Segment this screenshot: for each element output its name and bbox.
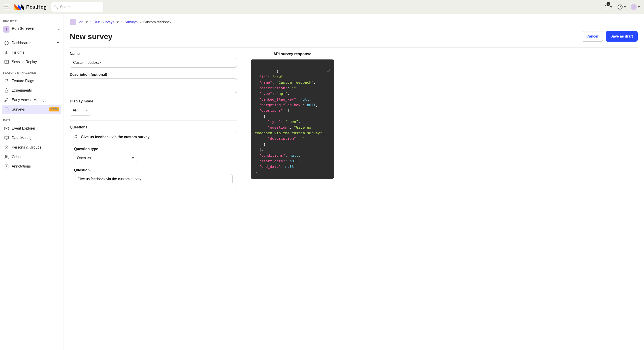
sidebar-item-label: Cohorts	[12, 155, 24, 159]
chevron-down-icon	[58, 29, 60, 30]
svg-marker-3	[21, 4, 24, 10]
menu-toggle-button[interactable]	[4, 5, 10, 9]
sidebar-item-label: Surveys	[12, 107, 25, 111]
logo-text: PostHog	[26, 4, 46, 10]
note-icon	[4, 164, 9, 169]
question-type-select[interactable]: Open text	[74, 153, 137, 163]
svg-point-4	[55, 6, 57, 8]
sidebar-item-dashboards[interactable]: Dashboards	[2, 38, 62, 48]
description-label: Description (optional)	[70, 73, 237, 77]
gauge-icon	[4, 41, 9, 46]
chevron-down-icon[interactable]	[116, 22, 119, 23]
project-selector[interactable]: I Run Surveys	[2, 25, 62, 36]
display-mode-value: API	[73, 108, 78, 112]
question-card: Give us feedback via the custom survey Q…	[70, 131, 237, 189]
question-type-label: Question type	[74, 147, 232, 151]
svg-point-19	[6, 146, 7, 147]
sidebar-item-surveys[interactable]: Surveys BETA	[2, 105, 62, 114]
topbar: PostHog Search... 0 I	[0, 0, 644, 14]
svg-marker-14	[6, 61, 8, 63]
search-placeholder: Search...	[60, 5, 74, 9]
chevron-down-icon[interactable]	[86, 22, 88, 23]
avatar: I	[631, 4, 637, 10]
sidebar-item-feature-flags[interactable]: Feature Flags	[2, 76, 62, 86]
chevron-right-icon: ›	[140, 20, 141, 24]
copy-button[interactable]	[300, 63, 331, 80]
svg-rect-15	[5, 108, 8, 111]
people-icon	[4, 154, 9, 159]
api-response-title: API survey response	[251, 52, 334, 56]
sidebar-item-label: Persons & Groups	[12, 145, 41, 149]
chevron-down-icon	[638, 6, 640, 8]
rocket-icon	[4, 97, 9, 102]
sidebar: PROJECT I Run Surveys Dashboards Insight…	[0, 14, 64, 350]
sidebar-item-label: Annotations	[12, 164, 31, 168]
bar-chart-icon	[4, 50, 9, 55]
notification-count-badge: 0	[606, 2, 610, 6]
help-button[interactable]	[617, 4, 626, 10]
svg-point-7	[620, 8, 620, 8]
description-input[interactable]	[70, 78, 237, 93]
help-icon	[617, 4, 623, 10]
sidebar-item-label: Data Management	[12, 136, 42, 140]
question-header[interactable]: Give us feedback via the custom survey	[70, 131, 237, 143]
svg-point-20	[6, 155, 7, 157]
sidebar-item-label: Event Explorer	[12, 126, 36, 130]
sidebar-item-label: Early Access Management	[12, 98, 54, 102]
play-square-icon	[4, 60, 9, 64]
logo[interactable]: PostHog	[14, 4, 46, 10]
svg-point-16	[6, 128, 7, 129]
chevron-down-icon	[132, 157, 134, 159]
svg-point-21	[7, 156, 8, 157]
sidebar-item-session-replay[interactable]: Session Replay	[2, 57, 62, 67]
question-label: Question	[74, 168, 232, 172]
breadcrumb: I Ian › Run Surveys › Surveys › Custom f…	[70, 19, 638, 25]
sidebar-item-early-access[interactable]: Early Access Management	[2, 95, 62, 105]
breadcrumb-avatar: I	[70, 19, 76, 25]
chevron-down-icon	[86, 110, 88, 111]
sidebar-section-project: PROJECT	[2, 18, 62, 25]
sidebar-item-persons-groups[interactable]: Persons & Groups	[2, 143, 62, 152]
breadcrumb-current: Custom feedback	[144, 20, 172, 24]
api-response-panel: API survey response { "id": "new", "name…	[244, 52, 334, 194]
name-input[interactable]	[70, 58, 237, 68]
search-icon	[54, 5, 58, 9]
sidebar-item-label: Dashboards	[12, 41, 31, 45]
sidebar-item-insights[interactable]: Insights	[2, 48, 62, 57]
collapse-icon	[74, 134, 78, 139]
question-input[interactable]	[74, 174, 232, 184]
sidebar-item-data-management[interactable]: Data Management	[2, 133, 62, 143]
flag-icon	[4, 78, 9, 83]
search-input[interactable]: Search...	[51, 2, 104, 12]
display-mode-select[interactable]: API	[70, 105, 91, 115]
breadcrumb-org[interactable]: Ian	[78, 20, 83, 24]
posthog-logo-icon	[14, 4, 24, 10]
notifications-button[interactable]: 0	[604, 4, 612, 10]
chevron-down-icon	[624, 6, 626, 8]
sidebar-item-cohorts[interactable]: Cohorts	[2, 152, 62, 162]
account-menu-button[interactable]: I	[631, 4, 640, 10]
person-icon	[4, 145, 9, 150]
project-name: Run Surveys	[12, 27, 56, 31]
breadcrumb-project[interactable]: Run Surveys	[94, 20, 114, 24]
chevron-down-icon	[610, 6, 612, 8]
api-response-code: { "id": "new", "name": "Custom feedback"…	[251, 60, 334, 179]
project-avatar: I	[3, 26, 10, 33]
cancel-button[interactable]: Cancel	[582, 31, 603, 42]
sidebar-item-event-explorer[interactable]: Event Explorer	[2, 124, 62, 133]
sidebar-item-experiments[interactable]: Experiments	[2, 86, 62, 95]
svg-line-5	[57, 8, 58, 9]
svg-rect-25	[328, 70, 330, 72]
sidebar-item-label: Session Replay	[12, 60, 37, 64]
svg-rect-26	[327, 69, 329, 71]
beta-badge: BETA	[49, 107, 59, 111]
sidebar-section-feature: FEATURE MANAGEMENT	[2, 69, 62, 76]
sidebar-item-label: Experiments	[12, 88, 32, 92]
breadcrumb-section[interactable]: Surveys	[125, 20, 138, 24]
save-draft-button[interactable]: Save as draft	[606, 31, 638, 42]
sidebar-item-annotations[interactable]: Annotations	[2, 162, 62, 171]
plus-icon[interactable]	[55, 50, 59, 55]
top-right-actions: 0 I	[604, 4, 640, 10]
survey-icon	[4, 107, 9, 112]
svg-rect-17	[5, 136, 8, 139]
